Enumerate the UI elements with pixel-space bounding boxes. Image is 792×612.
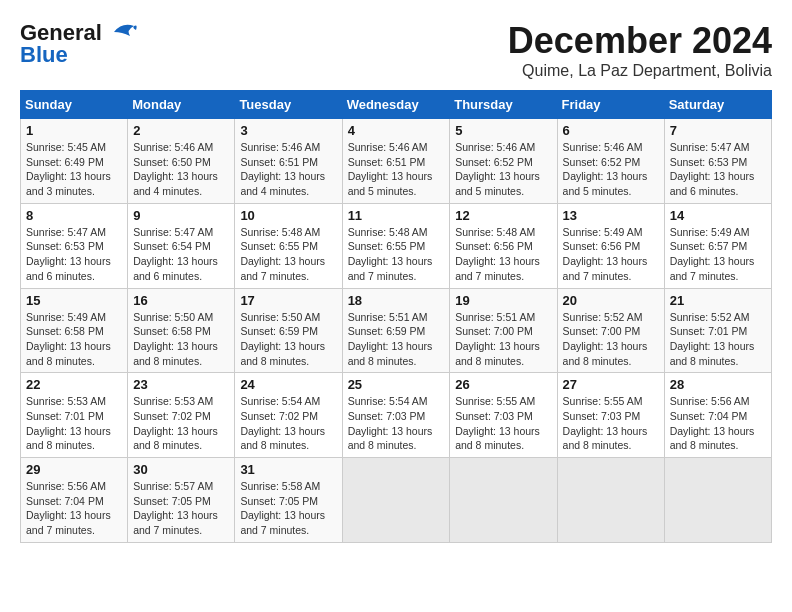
day-number: 19 — [455, 293, 551, 308]
calendar-cell: 19Sunrise: 5:51 AM Sunset: 7:00 PM Dayli… — [450, 288, 557, 373]
day-info: Sunrise: 5:48 AM Sunset: 6:55 PM Dayligh… — [240, 225, 336, 284]
calendar-day-header: Wednesday — [342, 91, 450, 119]
day-number: 16 — [133, 293, 229, 308]
calendar-cell: 18Sunrise: 5:51 AM Sunset: 6:59 PM Dayli… — [342, 288, 450, 373]
day-number: 21 — [670, 293, 766, 308]
calendar-cell: 28Sunrise: 5:56 AM Sunset: 7:04 PM Dayli… — [664, 373, 771, 458]
calendar-cell: 2Sunrise: 5:46 AM Sunset: 6:50 PM Daylig… — [128, 119, 235, 204]
day-number: 4 — [348, 123, 445, 138]
calendar-cell: 24Sunrise: 5:54 AM Sunset: 7:02 PM Dayli… — [235, 373, 342, 458]
calendar-cell: 3Sunrise: 5:46 AM Sunset: 6:51 PM Daylig… — [235, 119, 342, 204]
day-info: Sunrise: 5:52 AM Sunset: 7:00 PM Dayligh… — [563, 310, 659, 369]
calendar-cell: 20Sunrise: 5:52 AM Sunset: 7:00 PM Dayli… — [557, 288, 664, 373]
logo-blue-text: Blue — [20, 42, 68, 68]
calendar-cell: 13Sunrise: 5:49 AM Sunset: 6:56 PM Dayli… — [557, 203, 664, 288]
day-number: 31 — [240, 462, 336, 477]
day-number: 27 — [563, 377, 659, 392]
calendar-cell: 25Sunrise: 5:54 AM Sunset: 7:03 PM Dayli… — [342, 373, 450, 458]
calendar-cell: 27Sunrise: 5:55 AM Sunset: 7:03 PM Dayli… — [557, 373, 664, 458]
day-number: 17 — [240, 293, 336, 308]
day-number: 5 — [455, 123, 551, 138]
day-info: Sunrise: 5:49 AM Sunset: 6:57 PM Dayligh… — [670, 225, 766, 284]
day-info: Sunrise: 5:55 AM Sunset: 7:03 PM Dayligh… — [455, 394, 551, 453]
day-number: 2 — [133, 123, 229, 138]
calendar-cell: 12Sunrise: 5:48 AM Sunset: 6:56 PM Dayli… — [450, 203, 557, 288]
calendar-week-row: 22Sunrise: 5:53 AM Sunset: 7:01 PM Dayli… — [21, 373, 772, 458]
calendar-cell: 23Sunrise: 5:53 AM Sunset: 7:02 PM Dayli… — [128, 373, 235, 458]
day-info: Sunrise: 5:54 AM Sunset: 7:03 PM Dayligh… — [348, 394, 445, 453]
calendar-cell: 7Sunrise: 5:47 AM Sunset: 6:53 PM Daylig… — [664, 119, 771, 204]
day-number: 10 — [240, 208, 336, 223]
day-info: Sunrise: 5:58 AM Sunset: 7:05 PM Dayligh… — [240, 479, 336, 538]
day-number: 1 — [26, 123, 122, 138]
day-info: Sunrise: 5:48 AM Sunset: 6:56 PM Dayligh… — [455, 225, 551, 284]
day-info: Sunrise: 5:46 AM Sunset: 6:51 PM Dayligh… — [240, 140, 336, 199]
day-number: 14 — [670, 208, 766, 223]
day-info: Sunrise: 5:52 AM Sunset: 7:01 PM Dayligh… — [670, 310, 766, 369]
day-info: Sunrise: 5:45 AM Sunset: 6:49 PM Dayligh… — [26, 140, 122, 199]
calendar-cell: 5Sunrise: 5:46 AM Sunset: 6:52 PM Daylig… — [450, 119, 557, 204]
calendar-week-row: 1Sunrise: 5:45 AM Sunset: 6:49 PM Daylig… — [21, 119, 772, 204]
day-info: Sunrise: 5:51 AM Sunset: 7:00 PM Dayligh… — [455, 310, 551, 369]
logo-bird-icon — [106, 22, 138, 44]
calendar-cell: 9Sunrise: 5:47 AM Sunset: 6:54 PM Daylig… — [128, 203, 235, 288]
page-title: December 2024 — [508, 20, 772, 62]
calendar-cell — [557, 458, 664, 543]
calendar-cell: 11Sunrise: 5:48 AM Sunset: 6:55 PM Dayli… — [342, 203, 450, 288]
day-info: Sunrise: 5:47 AM Sunset: 6:53 PM Dayligh… — [670, 140, 766, 199]
day-number: 12 — [455, 208, 551, 223]
calendar-cell: 29Sunrise: 5:56 AM Sunset: 7:04 PM Dayli… — [21, 458, 128, 543]
calendar-week-row: 15Sunrise: 5:49 AM Sunset: 6:58 PM Dayli… — [21, 288, 772, 373]
day-number: 29 — [26, 462, 122, 477]
day-info: Sunrise: 5:53 AM Sunset: 7:01 PM Dayligh… — [26, 394, 122, 453]
calendar-cell: 6Sunrise: 5:46 AM Sunset: 6:52 PM Daylig… — [557, 119, 664, 204]
calendar-day-header: Tuesday — [235, 91, 342, 119]
page-header: General Blue December 2024 Quime, La Paz… — [20, 20, 772, 80]
calendar-cell: 30Sunrise: 5:57 AM Sunset: 7:05 PM Dayli… — [128, 458, 235, 543]
day-number: 25 — [348, 377, 445, 392]
calendar-header-row: SundayMondayTuesdayWednesdayThursdayFrid… — [21, 91, 772, 119]
day-info: Sunrise: 5:46 AM Sunset: 6:52 PM Dayligh… — [563, 140, 659, 199]
day-info: Sunrise: 5:46 AM Sunset: 6:50 PM Dayligh… — [133, 140, 229, 199]
day-info: Sunrise: 5:57 AM Sunset: 7:05 PM Dayligh… — [133, 479, 229, 538]
day-number: 11 — [348, 208, 445, 223]
day-number: 8 — [26, 208, 122, 223]
day-info: Sunrise: 5:50 AM Sunset: 6:59 PM Dayligh… — [240, 310, 336, 369]
day-info: Sunrise: 5:47 AM Sunset: 6:54 PM Dayligh… — [133, 225, 229, 284]
calendar-cell: 26Sunrise: 5:55 AM Sunset: 7:03 PM Dayli… — [450, 373, 557, 458]
calendar-table: SundayMondayTuesdayWednesdayThursdayFrid… — [20, 90, 772, 543]
calendar-cell: 10Sunrise: 5:48 AM Sunset: 6:55 PM Dayli… — [235, 203, 342, 288]
calendar-day-header: Friday — [557, 91, 664, 119]
day-info: Sunrise: 5:53 AM Sunset: 7:02 PM Dayligh… — [133, 394, 229, 453]
day-info: Sunrise: 5:46 AM Sunset: 6:51 PM Dayligh… — [348, 140, 445, 199]
calendar-cell: 17Sunrise: 5:50 AM Sunset: 6:59 PM Dayli… — [235, 288, 342, 373]
calendar-day-header: Sunday — [21, 91, 128, 119]
day-info: Sunrise: 5:56 AM Sunset: 7:04 PM Dayligh… — [670, 394, 766, 453]
day-number: 3 — [240, 123, 336, 138]
calendar-day-header: Monday — [128, 91, 235, 119]
calendar-cell — [664, 458, 771, 543]
calendar-cell — [342, 458, 450, 543]
calendar-day-header: Thursday — [450, 91, 557, 119]
calendar-cell: 15Sunrise: 5:49 AM Sunset: 6:58 PM Dayli… — [21, 288, 128, 373]
calendar-day-header: Saturday — [664, 91, 771, 119]
calendar-cell: 31Sunrise: 5:58 AM Sunset: 7:05 PM Dayli… — [235, 458, 342, 543]
calendar-cell: 22Sunrise: 5:53 AM Sunset: 7:01 PM Dayli… — [21, 373, 128, 458]
calendar-cell: 1Sunrise: 5:45 AM Sunset: 6:49 PM Daylig… — [21, 119, 128, 204]
calendar-week-row: 29Sunrise: 5:56 AM Sunset: 7:04 PM Dayli… — [21, 458, 772, 543]
day-number: 7 — [670, 123, 766, 138]
day-number: 28 — [670, 377, 766, 392]
day-info: Sunrise: 5:47 AM Sunset: 6:53 PM Dayligh… — [26, 225, 122, 284]
day-info: Sunrise: 5:55 AM Sunset: 7:03 PM Dayligh… — [563, 394, 659, 453]
day-number: 18 — [348, 293, 445, 308]
title-block: December 2024 Quime, La Paz Department, … — [508, 20, 772, 80]
calendar-cell — [450, 458, 557, 543]
day-info: Sunrise: 5:51 AM Sunset: 6:59 PM Dayligh… — [348, 310, 445, 369]
day-number: 6 — [563, 123, 659, 138]
day-info: Sunrise: 5:46 AM Sunset: 6:52 PM Dayligh… — [455, 140, 551, 199]
calendar-week-row: 8Sunrise: 5:47 AM Sunset: 6:53 PM Daylig… — [21, 203, 772, 288]
day-info: Sunrise: 5:56 AM Sunset: 7:04 PM Dayligh… — [26, 479, 122, 538]
day-info: Sunrise: 5:48 AM Sunset: 6:55 PM Dayligh… — [348, 225, 445, 284]
day-number: 9 — [133, 208, 229, 223]
day-number: 26 — [455, 377, 551, 392]
